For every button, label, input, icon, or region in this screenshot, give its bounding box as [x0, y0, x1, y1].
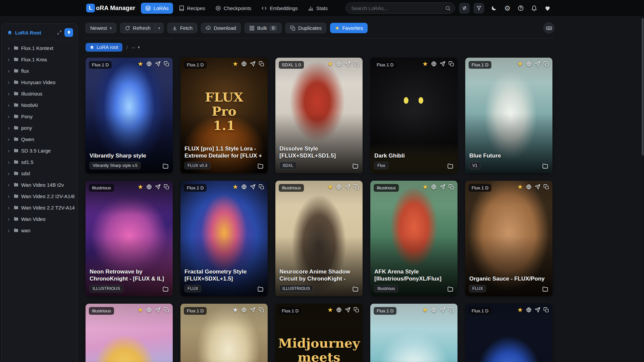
send-icon[interactable]	[345, 307, 351, 313]
favorite-star-icon[interactable]: ★	[232, 61, 238, 67]
search-input[interactable]	[351, 5, 442, 11]
sidebar-folder-item[interactable]: › sdxl	[4, 168, 74, 179]
download-button[interactable]: Download	[201, 23, 241, 33]
open-folder-button[interactable]	[542, 286, 548, 292]
expand-all-button[interactable]	[57, 30, 62, 35]
copy-icon[interactable]	[164, 61, 169, 67]
lora-card[interactable]: FLUX Pro 1.1 Flux.1 D ★ FLUX [pro] 1.1 S…	[180, 58, 268, 173]
copy-icon[interactable]	[164, 184, 169, 190]
copy-icon[interactable]	[259, 61, 264, 67]
nav-tab-recipes[interactable]: Recipes	[174, 3, 210, 14]
copy-icon[interactable]	[259, 184, 264, 190]
sidebar-folder-item[interactable]: › Qwen	[4, 133, 74, 145]
copy-icon[interactable]	[448, 184, 454, 190]
sidebar-folder-item[interactable]: › Wan Video 14B t2v	[4, 179, 74, 190]
globe-icon[interactable]	[336, 307, 342, 313]
lora-card[interactable]: Flux.1 D ★	[465, 304, 552, 362]
sidebar-folder-item[interactable]: › pony	[4, 122, 74, 133]
favorites-filter-button[interactable]: ★ Favorites	[330, 23, 368, 33]
page-scrollbar[interactable]	[641, 0, 644, 362]
open-folder-button[interactable]	[257, 286, 264, 292]
bulk-button[interactable]: Bulk B	[245, 23, 282, 33]
lora-card[interactable]: Flux.1 D ★ Vibrantly Sharp style Vibrant…	[86, 58, 173, 173]
copy-icon[interactable]	[543, 61, 549, 67]
globe-icon[interactable]	[241, 184, 247, 190]
globe-icon[interactable]	[526, 184, 532, 190]
favorite-star-icon[interactable]: ★	[422, 307, 428, 313]
keyboard-shortcuts-button[interactable]	[543, 22, 554, 34]
globe-icon[interactable]	[146, 307, 152, 313]
sidebar-folder-item[interactable]: › Wan Video	[4, 213, 74, 225]
app-logo[interactable]: L oRA Manager	[86, 4, 136, 12]
globe-icon[interactable]	[336, 184, 342, 190]
copy-icon[interactable]	[354, 307, 359, 313]
send-icon[interactable]	[440, 307, 445, 313]
globe-icon[interactable]	[241, 61, 247, 67]
favorite-star-icon[interactable]: ★	[517, 307, 523, 313]
nav-tab-loras[interactable]: LoRAs	[141, 3, 173, 14]
filter-sliders-button[interactable]	[459, 3, 470, 13]
lora-card[interactable]: Flux.1 D ★	[370, 304, 458, 362]
breadcrumb-folder-dropdown[interactable]: --▾	[132, 45, 140, 50]
send-icon[interactable]	[155, 307, 161, 313]
lora-card[interactable]: Illustrious ★ Neon Retrowave by ChronoKn…	[86, 181, 173, 296]
copy-icon[interactable]	[259, 307, 264, 313]
globe-icon[interactable]	[431, 61, 437, 67]
send-icon[interactable]	[440, 61, 445, 67]
globe-icon[interactable]	[146, 61, 152, 67]
globe-icon[interactable]	[431, 184, 437, 190]
send-icon[interactable]	[250, 184, 256, 190]
send-icon[interactable]	[535, 61, 540, 67]
help-button[interactable]	[518, 5, 524, 11]
lora-card[interactable]: Illustrious ★	[86, 304, 173, 362]
sidebar-folder-item[interactable]: › Wan Video 2.2 I2V-A14B	[4, 190, 74, 202]
favorite-star-icon[interactable]: ★	[517, 61, 523, 67]
search-icon[interactable]	[445, 5, 451, 11]
favorite-star-icon[interactable]: ★	[138, 184, 143, 190]
copy-icon[interactable]	[164, 307, 169, 313]
favorites-nav-button[interactable]	[544, 5, 551, 11]
favorite-star-icon[interactable]: ★	[138, 61, 143, 67]
favorite-star-icon[interactable]: ★	[138, 307, 143, 313]
theme-toggle-button[interactable]	[491, 5, 497, 11]
globe-icon[interactable]	[241, 307, 247, 313]
lora-card[interactable]: Midjourney meets FLUX Flux.1 D ★	[275, 304, 363, 362]
open-folder-button[interactable]	[162, 163, 169, 169]
send-icon[interactable]	[345, 184, 351, 190]
sidebar-root-label[interactable]: LoRA Root	[15, 30, 54, 36]
send-icon[interactable]	[535, 184, 540, 190]
scrollbar-thumb[interactable]	[642, 18, 644, 156]
sidebar-folder-item[interactable]: › flux	[4, 65, 74, 76]
fetch-button[interactable]: Fetch	[167, 23, 198, 33]
sidebar-folder-item[interactable]: › sd1.5	[4, 156, 74, 168]
send-icon[interactable]	[345, 61, 351, 67]
send-icon[interactable]	[535, 307, 540, 313]
lora-card[interactable]: Flux.1 D ★	[180, 304, 268, 362]
favorite-star-icon[interactable]: ★	[517, 184, 523, 190]
sort-dropdown[interactable]: Newest ▾	[86, 23, 116, 33]
copy-icon[interactable]	[543, 307, 549, 313]
search-box[interactable]	[345, 2, 455, 14]
globe-icon[interactable]	[336, 61, 342, 67]
favorite-star-icon[interactable]: ★	[422, 61, 428, 67]
sidebar-folder-item[interactable]: › SD 3.5 Large	[4, 145, 74, 156]
lora-card[interactable]: Flux.1 D ★ Organic Sauce - FLUX/Pony FLU…	[465, 181, 552, 296]
sidebar-folder-item[interactable]: › Illustrious	[4, 88, 74, 99]
globe-icon[interactable]	[526, 307, 532, 313]
breadcrumb-root[interactable]: LoRA root	[86, 43, 122, 52]
sidebar-folder-item[interactable]: › Pony	[4, 111, 74, 122]
open-folder-button[interactable]	[352, 163, 359, 169]
nav-tab-embeddings[interactable]: Embeddings	[257, 3, 302, 14]
lora-card[interactable]: Flux.1 D ★ Blue Future V1	[465, 58, 552, 173]
settings-button[interactable]: ⚙	[504, 5, 511, 12]
globe-icon[interactable]	[431, 307, 437, 313]
lora-card[interactable]: Flux.1 D ★ Fractal Geometry Style [FLUX+…	[180, 181, 268, 296]
open-folder-button[interactable]	[447, 286, 453, 292]
favorite-star-icon[interactable]: ★	[232, 184, 238, 190]
nav-tab-checkpoints[interactable]: Checkpoints	[211, 3, 256, 14]
copy-icon[interactable]	[448, 61, 454, 67]
sidebar-folder-item[interactable]: › Hunyuan Video	[4, 76, 74, 88]
notifications-button[interactable]	[531, 5, 537, 11]
sidebar-folder-item[interactable]: › Flux.1 Kontext	[4, 42, 74, 54]
copy-icon[interactable]	[354, 184, 359, 190]
